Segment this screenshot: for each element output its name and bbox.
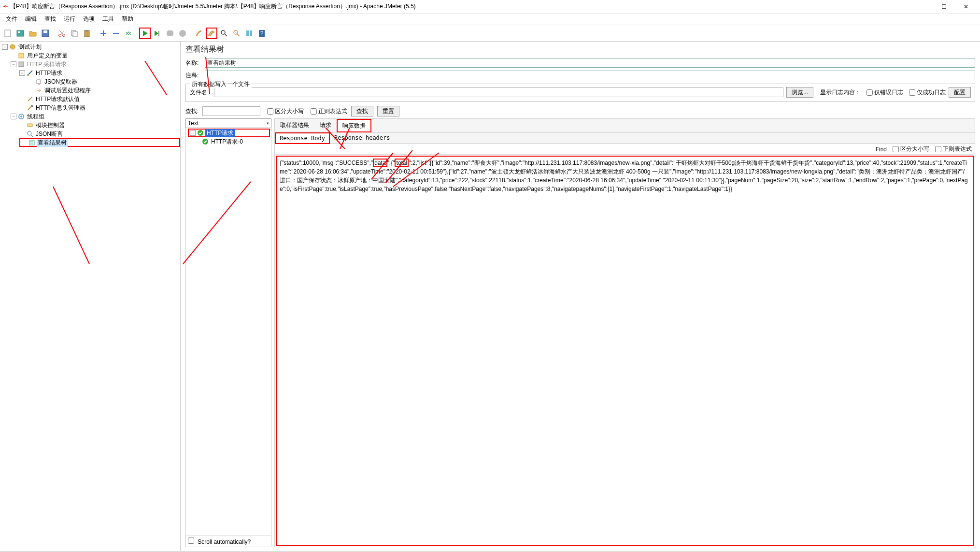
tab-response-data[interactable]: 响应数据 — [337, 119, 371, 132]
find-regex-label: 正则表达式 — [943, 145, 972, 153]
svg-rect-14 — [246, 30, 249, 36]
tree-post-processor[interactable]: 调试后置处理程序 — [43, 87, 92, 95]
svg-rect-20 — [19, 62, 24, 67]
tree-http-request[interactable]: HTTP请求 — [35, 69, 63, 77]
twist-icon[interactable]: − — [11, 114, 16, 119]
tree-testplan[interactable]: 测试计划 — [17, 43, 43, 51]
regex-checkbox[interactable] — [311, 108, 317, 115]
result-http-request-0[interactable]: HTTP请求-0 — [210, 138, 244, 146]
response-body-text[interactable]: {"status":10000,"msg":"SUCCESS","data":{… — [276, 156, 974, 546]
tree-module-controller[interactable]: 模块控制器 — [35, 121, 66, 130]
filename-input[interactable] — [214, 87, 783, 97]
subtab-response-body[interactable]: Response Body — [275, 132, 330, 144]
svg-point-21 — [27, 74, 29, 76]
tree-view-results-tree[interactable]: 查看结果树 — [37, 139, 68, 147]
test-plan-tree[interactable]: − 测试计划 用户定义的变量 — [0, 42, 181, 551]
menubar: 文件 编辑 查找 运行 选项 工具 帮助 — [0, 14, 980, 25]
tree-thread-group[interactable]: 线程组 — [26, 113, 45, 121]
collapse-icon[interactable] — [110, 28, 122, 39]
panel-title: 查看结果树 — [181, 42, 980, 57]
only-success-checkbox[interactable] — [909, 89, 915, 96]
header-icon — [26, 104, 34, 112]
shutdown-icon[interactable] — [177, 28, 188, 39]
search-input[interactable] — [202, 106, 260, 116]
menu-edit[interactable]: 编辑 — [21, 14, 41, 24]
find-label: Find — [876, 146, 887, 153]
expand-icon[interactable] — [98, 28, 109, 39]
templates-icon[interactable] — [14, 28, 26, 39]
twist-icon[interactable]: − — [19, 70, 25, 76]
menu-help[interactable]: 帮助 — [118, 14, 137, 24]
close-button[interactable]: ✕ — [955, 0, 977, 14]
menu-search[interactable]: 查找 — [41, 14, 60, 24]
only-error-checkbox[interactable] — [866, 89, 873, 96]
save-icon[interactable] — [40, 28, 51, 39]
tree-udv[interactable]: 用户定义的变量 — [26, 52, 69, 60]
browse-button[interactable]: 浏览... — [786, 87, 813, 98]
case-checkbox[interactable] — [267, 108, 273, 115]
function-helper-icon[interactable] — [243, 28, 255, 39]
open-icon[interactable] — [27, 28, 39, 39]
menu-file[interactable]: 文件 — [2, 14, 21, 24]
highlight-total: total — [395, 159, 409, 167]
renderer-select[interactable]: Text ▾ — [185, 118, 271, 128]
find-regex-checkbox[interactable] — [935, 146, 941, 152]
showlog-label: 显示日志内容： — [820, 88, 861, 97]
cut-icon[interactable] — [56, 28, 68, 39]
only-success-label: 仅成功日志 — [917, 88, 946, 97]
stop-icon[interactable] — [164, 28, 176, 39]
regex-label: 正则表达式 — [318, 107, 347, 116]
reset-button[interactable]: 重置 — [377, 106, 399, 116]
svg-rect-8 — [73, 31, 77, 37]
help-icon[interactable]: ? — [256, 28, 268, 39]
configure-button[interactable]: 配置 — [949, 87, 971, 98]
menu-options[interactable]: 选项 — [79, 14, 99, 24]
results-tree[interactable]: − HTTP请求 HTTP请求-0 — [186, 128, 271, 536]
twist-icon[interactable]: − — [2, 44, 8, 50]
tree-json-extractor[interactable]: JSON提取器 — [43, 78, 78, 86]
testplan-icon — [9, 43, 16, 51]
menu-tools[interactable]: 工具 — [99, 14, 118, 24]
search-icon[interactable] — [218, 28, 230, 39]
name-input[interactable] — [205, 58, 975, 68]
find-case-checkbox[interactable] — [893, 146, 899, 152]
toggle-icon[interactable] — [123, 28, 134, 39]
comment-input[interactable] — [205, 71, 975, 80]
config-icon — [26, 95, 34, 103]
tab-request[interactable]: 请求 — [314, 119, 337, 132]
paste-icon[interactable] — [81, 28, 93, 39]
clear-all-icon[interactable] — [206, 28, 217, 39]
svg-rect-1 — [17, 30, 24, 36]
twist-icon[interactable]: − — [190, 130, 196, 136]
clear-icon[interactable] — [193, 28, 205, 39]
reset-search-icon[interactable] — [231, 28, 242, 39]
tree-header-manager[interactable]: HTTP信息头管理器 — [35, 104, 86, 112]
menu-run[interactable]: 运行 — [60, 14, 79, 24]
svg-rect-0 — [5, 30, 11, 37]
tree-json-assertion[interactable]: JSON断言 — [35, 130, 64, 138]
start-icon[interactable] — [139, 28, 151, 39]
module-icon — [26, 121, 34, 129]
svg-rect-27 — [29, 140, 34, 145]
tree-http-defaults[interactable]: HTTP请求默认值 — [35, 95, 81, 103]
twist-icon[interactable]: − — [11, 61, 16, 67]
extractor-icon — [35, 78, 43, 86]
svg-point-26 — [28, 131, 31, 135]
start-no-pause-icon[interactable] — [152, 28, 163, 39]
svg-rect-22 — [31, 105, 33, 107]
tree-http-sampler[interactable]: HTTP 采样请求 — [26, 60, 68, 69]
scroll-auto-checkbox[interactable] — [188, 537, 194, 544]
udv-icon — [17, 52, 25, 59]
maximize-button[interactable]: ☐ — [933, 0, 955, 14]
svg-point-24 — [20, 116, 22, 117]
minimize-button[interactable]: — — [910, 0, 933, 14]
svg-text:?: ? — [260, 30, 264, 37]
copy-icon[interactable] — [69, 28, 80, 39]
result-http-request[interactable]: HTTP请求 — [205, 129, 235, 137]
new-icon[interactable] — [2, 28, 14, 39]
app-icon: ✒ — [3, 3, 8, 10]
search-button[interactable]: 查找 — [351, 106, 373, 116]
tab-sampler-result[interactable]: 取样器结果 — [275, 119, 314, 132]
svg-point-18 — [10, 44, 15, 49]
subtab-response-headers[interactable]: Response headers — [330, 132, 395, 144]
